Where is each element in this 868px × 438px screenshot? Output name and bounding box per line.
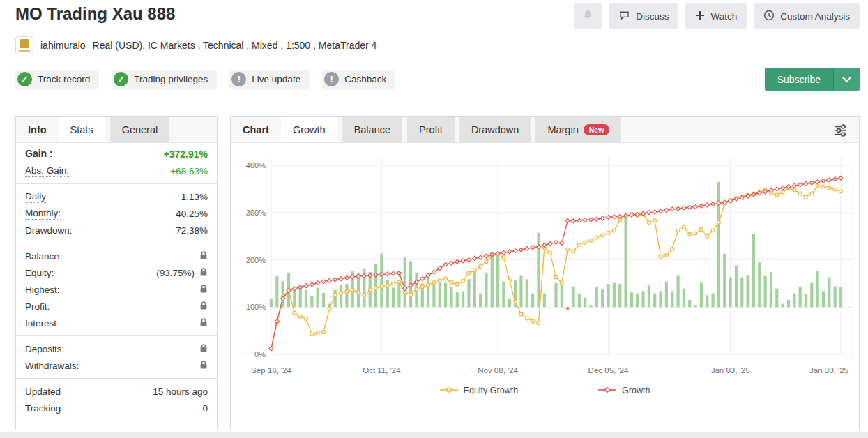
- tab-growth[interactable]: Growth: [281, 117, 337, 142]
- bell-icon: [581, 8, 595, 24]
- exclamation-icon: !: [231, 72, 246, 86]
- account-description: Real (USD), IC Markets , Technical , Mix…: [93, 40, 377, 51]
- divider: [16, 335, 217, 336]
- lock-icon: [199, 360, 208, 372]
- lock-icon: [199, 343, 208, 355]
- stats-sidebar: Info Stats General Gain : +372.91% Abs. …: [15, 116, 218, 430]
- check-icon: ✓: [17, 72, 32, 86]
- header-actions: Discuss Watch Custom Analysis: [574, 3, 860, 29]
- discuss-icon: [618, 10, 630, 23]
- clock-icon: [763, 10, 775, 23]
- stat-row-drawdown: Drawdown: 72.38%: [16, 222, 217, 239]
- stat-row-equity: Equity: (93.75%): [16, 264, 217, 281]
- subscribe-dropdown-button[interactable]: [833, 68, 860, 91]
- subscribe-split-button: Subscribe: [765, 68, 860, 91]
- chart-legend: Equity Growth Growth: [231, 386, 859, 395]
- growth-marker-icon: [598, 386, 616, 395]
- chart-settings-icon[interactable]: [832, 122, 849, 139]
- divider: [16, 243, 217, 243]
- check-icon: ✓: [114, 72, 128, 86]
- stat-row-interest: Interest:: [16, 315, 217, 331]
- lock-icon: [199, 250, 208, 262]
- stat-row-monthly: Monthly: 40.25%: [16, 205, 217, 222]
- watch-button[interactable]: Watch: [685, 3, 747, 29]
- divider: [16, 183, 217, 184]
- growth-chart-svg: 0%100%200%300%400%Sep 16, '24Oct 11, '24…: [231, 143, 859, 380]
- sidebar-tabbar: Info Stats General: [16, 117, 217, 143]
- page-title: MO Trading Xau 888: [15, 4, 175, 24]
- stat-row-profit: Profit:: [16, 298, 217, 315]
- chart-panel: Chart Growth Balance Profit Drawdown Mar…: [230, 116, 860, 430]
- tab-drawdown[interactable]: Drawdown: [459, 117, 531, 142]
- legend-growth[interactable]: Growth: [598, 386, 650, 395]
- svg-text:300%: 300%: [246, 209, 266, 217]
- tab-margin[interactable]: Margin New: [535, 117, 621, 142]
- legend-equity-growth[interactable]: Equity Growth: [440, 386, 519, 395]
- stat-row-gain: Gain : +372.91%: [16, 146, 217, 163]
- badge-track-record[interactable]: ✓ Track record: [15, 70, 99, 89]
- account-row: iahimuralo Real (USD), IC Markets , Tech…: [15, 36, 376, 54]
- username-link[interactable]: iahimuralo: [40, 40, 86, 51]
- svg-text:Dec 05, '24: Dec 05, '24: [588, 366, 629, 375]
- avatar[interactable]: [15, 36, 33, 54]
- tab-balance[interactable]: Balance: [342, 117, 402, 142]
- stat-row-balance: Balance:: [16, 248, 217, 264]
- svg-text:0%: 0%: [254, 350, 266, 358]
- exclamation-icon: !: [324, 72, 339, 86]
- badge-cashback[interactable]: ! Cashback: [322, 70, 395, 89]
- lock-icon: [199, 317, 208, 329]
- chart-tabbar: Chart Growth Balance Profit Drawdown Mar…: [231, 117, 859, 143]
- equity-growth-marker-icon: [440, 386, 458, 395]
- stat-row-deposits: Deposits:: [16, 340, 217, 357]
- stat-row-abs-gain: Abs. Gain: +68.63%: [16, 163, 217, 179]
- custom-analysis-label: Custom Analysis: [780, 11, 850, 22]
- new-badge: New: [584, 124, 610, 135]
- discuss-button[interactable]: Discuss: [609, 3, 678, 29]
- page-bottom-strip: [0, 432, 868, 438]
- watch-label: Watch: [710, 11, 737, 22]
- chevron-down-icon: [842, 73, 851, 86]
- svg-text:400%: 400%: [246, 161, 266, 169]
- subscribe-button[interactable]: Subscribe: [765, 68, 833, 91]
- account-page: MO Trading Xau 888 Discuss Watch Custom …: [0, 0, 868, 438]
- notifications-button[interactable]: [574, 3, 602, 29]
- badge-trading-privileges[interactable]: ✓ Trading privileges: [112, 70, 217, 89]
- stats-rows: Gain : +372.91% Abs. Gain: +68.63% Daily…: [16, 143, 217, 416]
- svg-text:100%: 100%: [246, 303, 266, 311]
- broker-link[interactable]: IC Markets: [148, 40, 195, 51]
- svg-text:Nov 08, '24: Nov 08, '24: [478, 366, 518, 375]
- svg-text:200%: 200%: [246, 256, 266, 264]
- lock-icon: [199, 284, 208, 296]
- tab-stats[interactable]: Stats: [59, 117, 105, 142]
- svg-text:Oct 11, '24: Oct 11, '24: [363, 366, 401, 375]
- stat-row-tracking: Tracking 0: [16, 400, 217, 416]
- tab-chart[interactable]: Chart: [231, 117, 281, 142]
- stat-row-highest: Highest:: [16, 281, 217, 298]
- stat-row-withdrawals: Withdrawals:: [16, 357, 217, 374]
- lock-icon: [199, 301, 208, 312]
- stat-row-daily: Daily 1.13%: [16, 188, 217, 205]
- svg-text:Jan 30, '25: Jan 30, '25: [809, 366, 848, 375]
- svg-text:Sep 16, '24: Sep 16, '24: [251, 366, 291, 375]
- tab-profit[interactable]: Profit: [407, 117, 455, 142]
- discuss-label: Discuss: [636, 11, 669, 22]
- tab-general[interactable]: General: [110, 117, 170, 142]
- custom-analysis-button[interactable]: Custom Analysis: [754, 3, 860, 29]
- badge-live-update[interactable]: ! Live update: [229, 70, 310, 89]
- tab-info[interactable]: Info: [16, 117, 59, 142]
- stat-row-updated: Updated 15 hours ago: [16, 383, 217, 400]
- verification-badges: ✓ Track record ✓ Trading privileges ! Li…: [15, 70, 395, 89]
- lock-icon: [199, 267, 208, 279]
- divider: [16, 378, 217, 379]
- growth-chart[interactable]: 0%100%200%300%400%Sep 16, '24Oct 11, '24…: [231, 143, 859, 430]
- plus-icon: [695, 10, 705, 22]
- svg-text:Jan 03, '25: Jan 03, '25: [711, 366, 750, 375]
